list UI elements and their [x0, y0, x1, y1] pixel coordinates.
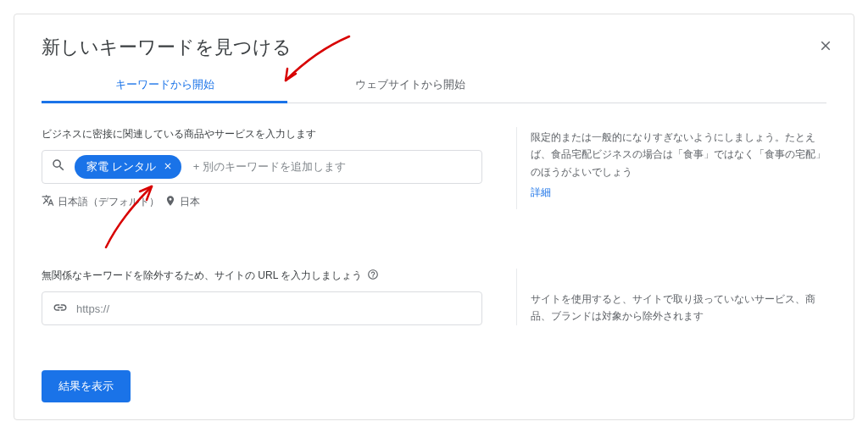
language-icon: [42, 194, 54, 209]
keyword-tip: 限定的または一般的になりすぎないようにしましょう。たとえば、食品宅配ビジネスの場…: [516, 127, 826, 209]
language-value: 日本語（デフォルト）: [58, 195, 159, 209]
keyword-row: ビジネスに密接に関連している商品やサービスを入力します 家電 レンタル + 別の…: [42, 127, 826, 209]
location-value: 日本: [180, 195, 200, 209]
tip1-detail-link[interactable]: 詳細: [531, 184, 551, 201]
keyword-planner-modal: 新しいキーワードを見つける キーワードから開始 ウェブサイトから開始 ビジネスに…: [14, 14, 854, 420]
url-section-label: 無関係なキーワードを除外するため、サイトの URL を入力しましょう: [42, 269, 362, 283]
tab-keyword[interactable]: キーワードから開始: [42, 67, 287, 103]
modal-title: 新しいキーワードを見つける: [42, 35, 826, 60]
location-selector[interactable]: 日本: [164, 195, 200, 209]
keyword-chip[interactable]: 家電 レンタル: [75, 155, 181, 179]
chip-text: 家電 レンタル: [86, 159, 156, 175]
url-row: 無関係なキーワードを除外するため、サイトの URL を入力しましょう https…: [42, 269, 826, 325]
add-keyword-placeholder: + 別のキーワードを追加します: [193, 159, 346, 175]
show-results-button[interactable]: 結果を表示: [42, 370, 131, 402]
tabs: キーワードから開始 ウェブサイトから開始: [42, 67, 826, 103]
url-input[interactable]: https://: [42, 291, 482, 325]
url-left: 無関係なキーワードを除外するため、サイトの URL を入力しましょう https…: [42, 269, 482, 325]
keyword-section-label: ビジネスに密接に関連している商品やサービスを入力します: [42, 127, 482, 141]
help-icon[interactable]: [367, 269, 379, 283]
chip-remove-icon[interactable]: [163, 161, 173, 173]
url-tip: サイトを使用すると、サイトで取り扱っていないサービス、商品、ブランドは対象から除…: [516, 269, 826, 325]
language-selector[interactable]: 日本語（デフォルト）: [42, 194, 159, 209]
tip2-text: サイトを使用すると、サイトで取り扱っていないサービス、商品、ブランドは対象から除…: [531, 291, 826, 325]
link-icon: [53, 300, 68, 318]
location-icon: [164, 195, 176, 209]
tab-website[interactable]: ウェブサイトから開始: [287, 67, 533, 103]
keyword-left: ビジネスに密接に関連している商品やサービスを入力します 家電 レンタル + 別の…: [42, 127, 482, 209]
language-location-row: 日本語（デフォルト） 日本: [42, 194, 482, 209]
search-icon: [51, 158, 66, 176]
keyword-input-container[interactable]: 家電 レンタル + 別のキーワードを追加します: [42, 150, 482, 184]
url-placeholder: https://: [76, 302, 109, 315]
close-icon[interactable]: [818, 38, 833, 57]
tip1-text: 限定的または一般的になりすぎないようにしましょう。たとえば、食品宅配ビジネスの場…: [531, 129, 826, 180]
